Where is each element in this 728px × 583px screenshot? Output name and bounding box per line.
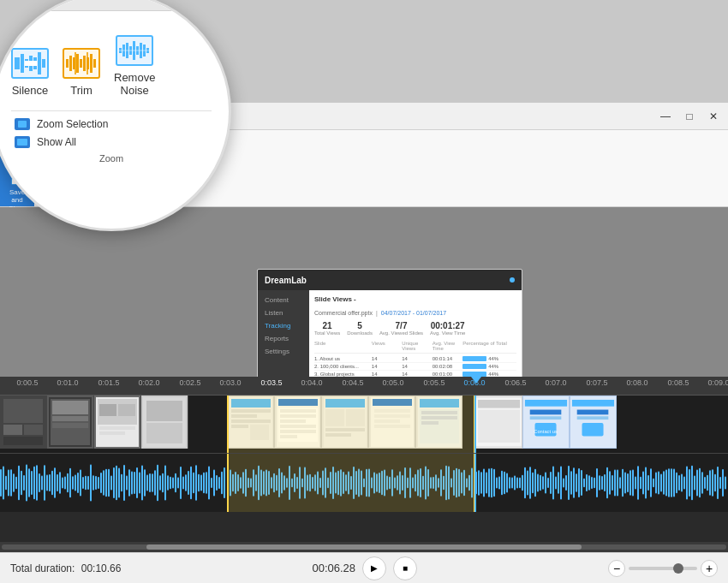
ruler-mark-4: 0:02.5 (179, 378, 200, 387)
mag-zoom-selection[interactable]: Zoom Selection (11, 116, 212, 132)
svg-rect-128 (139, 472, 140, 493)
svg-rect-152 (200, 474, 202, 491)
svg-rect-337 (678, 475, 680, 491)
svg-rect-151 (198, 474, 200, 491)
svg-rect-214 (361, 471, 362, 496)
svg-rect-272 (511, 477, 513, 488)
svg-rect-156 (211, 478, 212, 488)
svg-rect-64 (525, 400, 567, 407)
svg-rect-165 (235, 472, 236, 494)
svg-rect-230 (402, 475, 403, 491)
minimize-button[interactable]: — (654, 108, 677, 125)
svg-rect-109 (90, 465, 92, 502)
ruler-marks: 0:00.5 0:01.0 0:01.5 0:02.0 0:02.5 0:03.… (3, 377, 725, 395)
scrollbar-track[interactable] (2, 544, 726, 550)
svg-rect-85 (28, 468, 30, 497)
preview-nav-listen[interactable]: Listen (258, 306, 309, 319)
svg-rect-316 (624, 472, 626, 493)
svg-rect-280 (532, 473, 534, 493)
preview-section-title: Slide Views - (314, 295, 356, 303)
svg-rect-159 (218, 477, 220, 489)
svg-rect-11 (3, 437, 43, 445)
trim-tool[interactable]: Trim (63, 48, 100, 97)
svg-rect-365 (69, 56, 72, 71)
svg-rect-196 (314, 474, 316, 491)
svg-rect-251 (456, 468, 457, 497)
close-button[interactable]: ✕ (702, 108, 725, 125)
timeline-scrollbar[interactable] (0, 542, 728, 552)
svg-rect-310 (609, 471, 611, 494)
svg-rect-53 (374, 425, 410, 428)
svg-rect-88 (36, 465, 38, 500)
svg-rect-81 (18, 466, 20, 500)
thumb-sel-1 (227, 396, 274, 449)
scrollbar-thumb[interactable] (146, 544, 582, 550)
svg-rect-282 (537, 474, 539, 492)
silence-tool[interactable]: Silence (11, 48, 49, 97)
thumb-1 (0, 396, 47, 449)
svg-rect-364 (66, 59, 69, 68)
svg-rect-102 (72, 476, 74, 490)
video-track: Contact us (0, 396, 728, 454)
svg-rect-154 (206, 472, 207, 493)
zoom-in-button[interactable]: + (701, 560, 718, 577)
svg-rect-171 (250, 478, 252, 487)
preview-nav-content[interactable]: Content (258, 294, 309, 306)
svg-rect-127 (136, 467, 138, 498)
svg-rect-181 (276, 475, 277, 491)
total-duration-label: Total duration: 00:10.66 (10, 562, 121, 574)
svg-rect-291 (560, 466, 562, 499)
thumb-right-1 (475, 396, 522, 449)
svg-rect-314 (619, 477, 621, 489)
svg-rect-367 (76, 54, 79, 73)
svg-rect-190 (299, 467, 301, 499)
svg-rect-264 (491, 468, 492, 498)
zoom-out-button[interactable]: − (608, 560, 625, 577)
svg-rect-43 (325, 399, 365, 408)
svg-rect-32 (250, 425, 269, 440)
svg-rect-202 (330, 472, 331, 494)
zoom-slider-thumb[interactable] (673, 563, 683, 574)
ruler-mark-0: 0:00.5 (16, 378, 38, 387)
svg-rect-28 (231, 409, 271, 413)
preview-nav-reports[interactable]: Reports (258, 332, 309, 345)
svg-rect-320 (635, 477, 636, 490)
svg-rect-343 (694, 475, 695, 490)
svg-rect-147 (188, 471, 189, 495)
zoom-slider[interactable] (629, 567, 697, 570)
svg-rect-290 (558, 472, 559, 493)
svg-rect-15 (52, 416, 88, 421)
svg-rect-162 (227, 467, 229, 498)
svg-rect-265 (493, 469, 495, 497)
play-button[interactable]: ▶ (362, 556, 386, 580)
svg-rect-126 (134, 472, 135, 494)
thumb-4 (141, 396, 188, 449)
svg-rect-77 (8, 470, 9, 497)
preview-app-name: DreamLab (265, 276, 307, 285)
svg-rect-37 (280, 414, 316, 418)
svg-rect-241 (430, 477, 432, 489)
svg-rect-99 (64, 477, 66, 490)
svg-rect-240 (427, 469, 429, 497)
svg-rect-34 (278, 399, 318, 406)
mag-zoom-selection-icon (15, 118, 30, 130)
maximize-button[interactable]: □ (678, 108, 701, 125)
svg-rect-219 (373, 472, 375, 493)
preview-nav-settings[interactable]: Settings (258, 345, 309, 358)
svg-rect-59 (421, 421, 439, 425)
table-row: 1. About us 14 14 00:01:14 44% (314, 355, 516, 363)
svg-rect-236 (417, 470, 419, 497)
svg-rect-232 (407, 478, 409, 488)
svg-rect-352 (717, 467, 719, 499)
remove-noise-tool[interactable]: RemoveNoise (114, 35, 155, 97)
preview-nav-tracking[interactable]: Tracking (258, 319, 309, 332)
svg-rect-339 (683, 476, 685, 489)
svg-rect-115 (105, 469, 107, 497)
svg-rect-207 (343, 472, 344, 494)
ruler-mark-16: 0:08.5 (667, 378, 689, 387)
svg-rect-208 (345, 474, 347, 491)
stop-button[interactable]: ■ (393, 556, 417, 580)
mag-show-all[interactable]: Show All (11, 134, 212, 150)
svg-rect-329 (658, 471, 659, 494)
svg-rect-373 (75, 52, 76, 74)
